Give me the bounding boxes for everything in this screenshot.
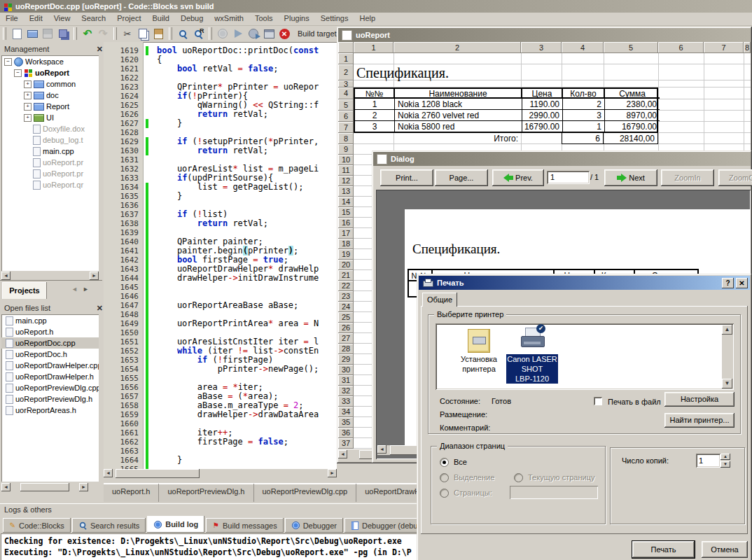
copy-icon[interactable] — [135, 27, 151, 41]
column-header-2[interactable]: 2 — [394, 42, 521, 53]
row-header-6[interactable]: 6 — [338, 111, 354, 122]
row-header-26[interactable]: 26 — [338, 323, 354, 333]
logs-tab-build-messages[interactable]: Build messages — [206, 518, 283, 533]
open-file-item-uoreportdrawhelper-cpp[interactable]: uoReportDrawHelper.cpp — [1, 360, 99, 371]
column-header-6[interactable]: 6 — [658, 42, 704, 53]
tab-general[interactable]: Общие — [422, 293, 457, 307]
printer-label-selected[interactable]: Canon LASERSHOTLBP-1120 — [506, 354, 558, 384]
code-line[interactable]: } — [157, 192, 182, 201]
code-line[interactable]: drawHelper->drawDataArea — [157, 410, 319, 419]
cancel-button[interactable]: Отмена — [702, 541, 748, 558]
tabs-scroll-left-icon[interactable]: ◄ — [71, 286, 78, 293]
row-header-36[interactable]: 36 — [338, 428, 354, 438]
tree-item-uoreport-pr[interactable]: uoReport.pr — [1, 168, 99, 179]
window-titlebar[interactable]: uoReportDoc.cpp [uoReport] - Code::Block… — [0, 0, 752, 13]
page-setup-button[interactable]: Page... — [435, 169, 488, 186]
scroll-left-icon[interactable]: ◄ — [1, 272, 11, 280]
files-hscrollbar[interactable]: ◄ ► — [1, 483, 88, 491]
code-line[interactable]: bool uoReportDoc::printDoc(const — [157, 46, 319, 55]
code-line[interactable]: drawHelper->initDrawInstrume — [157, 274, 319, 283]
scroll-up-icon[interactable]: ▲ — [722, 325, 732, 335]
row-header-14[interactable]: 14 — [338, 197, 354, 207]
undo-icon[interactable] — [80, 27, 95, 41]
menu-tools[interactable]: Tools — [249, 13, 279, 24]
row-header-30[interactable]: 30 — [338, 365, 354, 375]
open-file-item-uoreportdrawhelper-h[interactable]: uoReportDrawHelper.h — [1, 371, 99, 382]
row-header-5[interactable]: 5 — [338, 99, 354, 111]
tree-item-uoreport[interactable]: −uoReport — [1, 67, 99, 78]
row-header-11[interactable]: 11 — [338, 165, 354, 176]
uoreport-titlebar[interactable]: uoReport — [338, 28, 751, 42]
spin-down-icon[interactable]: ▼ — [720, 461, 730, 468]
expand-icon[interactable]: + — [24, 103, 32, 111]
row-header-16[interactable]: 16 — [338, 218, 354, 228]
row-header-22[interactable]: 22 — [338, 281, 354, 291]
find-icon[interactable] — [175, 27, 190, 41]
print-dialog-titlebar[interactable]: Печать ? ✕ — [419, 276, 750, 290]
next-page-button[interactable]: Next — [604, 169, 657, 186]
open-file-item-uoreport-h[interactable]: uoReport.h — [1, 326, 99, 337]
expand-icon[interactable]: + — [24, 114, 32, 122]
save-icon[interactable] — [40, 27, 55, 41]
menu-project[interactable]: Project — [111, 13, 146, 24]
scroll-left-icon[interactable]: ◄ — [1, 483, 11, 491]
zoom-out-button[interactable]: ZoomOut — [718, 169, 752, 186]
menu-edit[interactable]: Edit — [24, 13, 48, 24]
spin-up-icon[interactable]: ▲ — [720, 454, 730, 460]
row-header-25[interactable]: 25 — [338, 312, 354, 323]
tree-item-uoreport-pr[interactable]: uoReport.pr — [1, 157, 99, 168]
column-header-5[interactable]: 5 — [604, 42, 658, 53]
page-number-input[interactable]: 1 — [547, 171, 590, 184]
row-header-33[interactable]: 33 — [338, 396, 354, 407]
build-and-run-icon[interactable] — [246, 27, 261, 41]
paste-icon[interactable] — [151, 27, 166, 41]
row-header-29[interactable]: 29 — [338, 354, 354, 365]
printer-list[interactable]: Установкапринтера ✔ Canon LASERSHOTLBP-1… — [436, 323, 734, 390]
pages-input[interactable] — [510, 486, 598, 499]
menu-help[interactable]: Help — [354, 13, 381, 24]
save-all-icon[interactable] — [55, 27, 71, 41]
editor-tab-uoreportpreviewdlg-h[interactable]: uoReportPreviewDlg.h — [159, 484, 253, 502]
printer-icon[interactable]: ✔ — [518, 326, 546, 353]
tree-item-uoreport-qr[interactable]: uoReport.qr — [1, 179, 99, 190]
code-line[interactable]: bool retVal = false; — [157, 64, 278, 74]
prev-page-button[interactable]: Prev. — [492, 169, 544, 186]
row-header-28[interactable]: 28 — [338, 344, 354, 354]
row-header-24[interactable]: 24 — [338, 302, 354, 312]
column-header-4[interactable]: 4 — [562, 42, 604, 53]
open-file-item-uoreportdoc-cpp[interactable]: uoReportDoc.cpp — [1, 337, 99, 349]
code-line[interactable]: return retVal; — [157, 146, 268, 155]
range-pages-radio[interactable] — [440, 489, 449, 498]
column-header-8[interactable]: 8 — [744, 42, 751, 53]
editor-hscrollbar[interactable]: ◄ ► — [104, 469, 337, 478]
column-header-7[interactable]: 7 — [704, 42, 744, 53]
row-header-27[interactable]: 27 — [338, 333, 354, 344]
code-line[interactable]: firstPage = false; — [157, 438, 288, 447]
row-header-15[interactable]: 15 — [338, 207, 354, 218]
rebuild-icon[interactable] — [261, 27, 277, 41]
scroll-thumb[interactable] — [116, 469, 200, 478]
scroll-left-icon[interactable]: ◄ — [377, 445, 387, 454]
row-header-21[interactable]: 21 — [338, 270, 354, 281]
compile-icon[interactable] — [215, 27, 230, 41]
replace-icon[interactable]: R — [190, 27, 206, 41]
menu-wxsmith[interactable]: wxSmith — [209, 13, 249, 24]
abort-icon[interactable] — [277, 27, 292, 41]
menu-search[interactable]: Search — [76, 13, 111, 24]
tree-item-doxyfile-dox[interactable]: Doxyfile.dox — [1, 123, 99, 134]
tabs-scroll-right-icon[interactable]: ► — [83, 286, 89, 293]
tree-item-debug-log-t[interactable]: debug_log.t — [1, 134, 99, 146]
row-header-1[interactable]: 1 — [338, 53, 354, 64]
menu-debug[interactable]: Debug — [175, 13, 209, 24]
add-printer-label[interactable]: Установкапринтера — [454, 354, 504, 374]
tree-item-ui[interactable]: +UI — [1, 112, 99, 123]
print-to-file-checkbox[interactable] — [594, 397, 602, 405]
code-line[interactable]: } — [157, 456, 182, 465]
menu-view[interactable]: View — [48, 13, 76, 24]
row-header-19[interactable]: 19 — [338, 249, 354, 260]
scroll-thumb[interactable] — [20, 483, 69, 491]
printer-settings-button[interactable]: Настройка — [664, 392, 734, 407]
open-file-item-uoreportpreviewdlg-h[interactable]: uoReportPreviewDlg.h — [1, 393, 99, 405]
row-header-2[interactable]: 2 — [338, 64, 354, 80]
tree-item-common[interactable]: +common — [1, 78, 99, 90]
